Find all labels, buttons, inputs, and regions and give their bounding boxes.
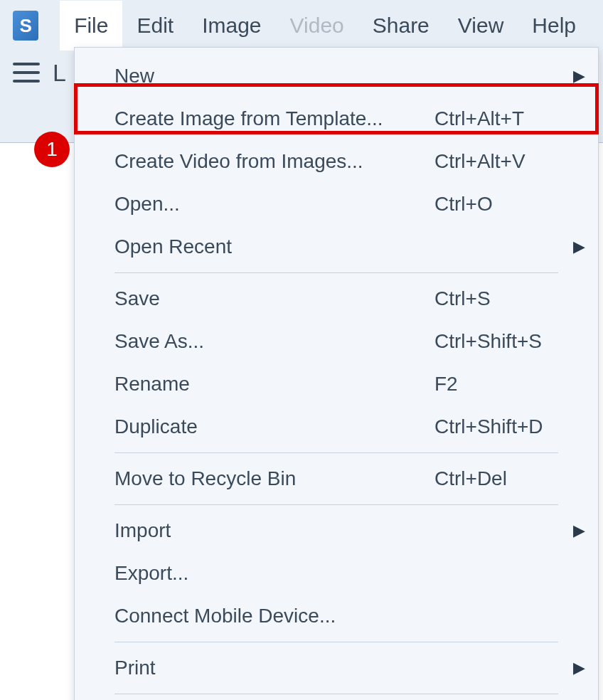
menu-new[interactable]: New ▶ xyxy=(75,55,598,97)
menu-item-label: Connect Mobile Device... xyxy=(114,605,577,627)
menu-import[interactable]: Import ▶ xyxy=(75,509,598,552)
menu-file[interactable]: File xyxy=(60,1,122,51)
step-badge: 1 xyxy=(34,132,70,167)
menu-item-shortcut: Ctrl+Shift+S xyxy=(434,330,577,353)
menu-share[interactable]: Share xyxy=(358,1,444,51)
menu-video: Video xyxy=(276,1,358,51)
menu-connect-mobile[interactable]: Connect Mobile Device... xyxy=(75,595,598,637)
menu-edit[interactable]: Edit xyxy=(122,1,188,51)
submenu-arrow-icon: ▶ xyxy=(573,238,585,256)
menu-item-shortcut: Ctrl+S xyxy=(434,287,577,310)
menu-separator xyxy=(114,642,558,642)
menu-item-label: Save xyxy=(114,287,434,310)
menu-item-shortcut: Ctrl+Alt+V xyxy=(434,150,577,173)
menu-item-shortcut: F2 xyxy=(434,373,577,396)
menu-item-shortcut: Ctrl+Shift+D xyxy=(434,415,577,438)
menu-item-label: Create Video from Images... xyxy=(114,150,434,173)
menubar: S File Edit Image Video Share View Help xyxy=(0,0,603,51)
menu-item-label: Open Recent xyxy=(114,235,577,258)
submenu-arrow-icon: ▶ xyxy=(573,659,585,677)
menu-item-shortcut: Ctrl+Del xyxy=(434,467,577,490)
step-number: 1 xyxy=(46,138,58,161)
menu-item-label: Export... xyxy=(114,562,577,585)
menu-create-video-images[interactable]: Create Video from Images... Ctrl+Alt+V xyxy=(75,140,598,183)
menu-item-label: Move to Recycle Bin xyxy=(114,467,434,490)
menu-separator xyxy=(114,694,558,694)
menu-open[interactable]: Open... Ctrl+O xyxy=(75,183,598,226)
logo-text: S xyxy=(19,15,31,37)
menu-duplicate[interactable]: Duplicate Ctrl+Shift+D xyxy=(75,405,598,448)
submenu-arrow-icon: ▶ xyxy=(573,67,585,85)
toolbar-label: L xyxy=(53,59,66,87)
menu-image[interactable]: Image xyxy=(188,1,275,51)
hamburger-icon[interactable] xyxy=(13,63,40,83)
menu-separator xyxy=(114,504,558,505)
menu-view[interactable]: View xyxy=(444,1,518,51)
menu-item-label: Create Image from Template... xyxy=(114,107,434,130)
menu-item-label: Duplicate xyxy=(114,415,434,438)
menu-create-image-template[interactable]: Create Image from Template... Ctrl+Alt+T xyxy=(75,97,598,140)
menu-rename[interactable]: Rename F2 xyxy=(75,363,598,405)
menu-move-recycle[interactable]: Move to Recycle Bin Ctrl+Del xyxy=(75,457,598,500)
menu-open-recent[interactable]: Open Recent ▶ xyxy=(75,226,598,268)
menu-save-as[interactable]: Save As... Ctrl+Shift+S xyxy=(75,320,598,363)
menu-separator xyxy=(114,452,558,453)
menu-export[interactable]: Export... xyxy=(75,552,598,595)
menu-item-shortcut: Ctrl+O xyxy=(434,193,577,216)
menu-item-label: Rename xyxy=(114,373,434,396)
file-dropdown: New ▶ Create Image from Template... Ctrl… xyxy=(74,47,599,700)
menu-items: File Edit Image Video Share View Help xyxy=(60,1,590,51)
menu-item-label: New xyxy=(114,65,577,88)
submenu-arrow-icon: ▶ xyxy=(573,521,585,540)
menu-save[interactable]: Save Ctrl+S xyxy=(75,277,598,320)
menu-item-label: Save As... xyxy=(114,330,434,353)
menu-print[interactable]: Print ▶ xyxy=(75,647,598,689)
menu-help[interactable]: Help xyxy=(518,1,590,51)
menu-item-shortcut: Ctrl+Alt+T xyxy=(434,107,577,130)
menu-separator xyxy=(114,272,558,273)
menu-item-label: Import xyxy=(114,519,577,542)
menu-item-label: Open... xyxy=(114,193,434,216)
app-logo: S xyxy=(13,11,38,41)
menu-item-label: Print xyxy=(114,657,577,679)
